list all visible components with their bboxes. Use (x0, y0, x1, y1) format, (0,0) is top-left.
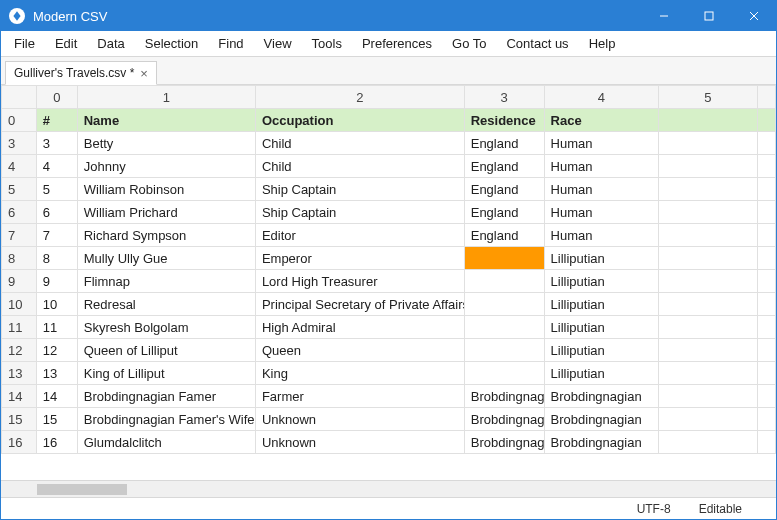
cell[interactable]: Brobdingnag (464, 385, 544, 408)
cell[interactable]: Occupation (255, 109, 464, 132)
cell[interactable]: Brobdingnagian Famer's Wife (77, 408, 255, 431)
cell[interactable]: Lilliputian (544, 247, 659, 270)
cell[interactable]: England (464, 178, 544, 201)
cell[interactable]: 6 (36, 201, 77, 224)
cell[interactable]: England (464, 155, 544, 178)
menu-edit[interactable]: Edit (46, 32, 86, 55)
cell[interactable]: Brobdingnag (464, 431, 544, 454)
cell[interactable]: England (464, 201, 544, 224)
cell[interactable]: Human (544, 224, 659, 247)
cell[interactable]: Lilliputian (544, 316, 659, 339)
menu-contact-us[interactable]: Contact us (497, 32, 577, 55)
cell[interactable]: Lord High Treasurer (255, 270, 464, 293)
cell[interactable]: Human (544, 201, 659, 224)
cell[interactable]: Johnny (77, 155, 255, 178)
cell[interactable]: King (255, 362, 464, 385)
cell[interactable]: 4 (36, 155, 77, 178)
grid[interactable]: 0123450#NameOccupationResidenceRace33Bet… (1, 85, 776, 497)
maximize-button[interactable] (686, 1, 731, 31)
cell[interactable]: Mully Ully Gue (77, 247, 255, 270)
cell[interactable]: Glumdalclitch (77, 431, 255, 454)
cell[interactable]: Farmer (255, 385, 464, 408)
cell[interactable]: Child (255, 155, 464, 178)
cell[interactable]: High Admiral (255, 316, 464, 339)
cell[interactable]: Richard Sympson (77, 224, 255, 247)
cell[interactable]: Lilliputian (544, 339, 659, 362)
cell[interactable]: Ship Captain (255, 178, 464, 201)
cell[interactable]: Queen of Lilliput (77, 339, 255, 362)
cell[interactable] (464, 247, 544, 270)
row-header[interactable]: 13 (2, 362, 37, 385)
cell[interactable]: 11 (36, 316, 77, 339)
row-header[interactable]: 4 (2, 155, 37, 178)
cell[interactable]: Betty (77, 132, 255, 155)
cell[interactable]: Skyresh Bolgolam (77, 316, 255, 339)
cell[interactable]: Brobdingnagian Famer (77, 385, 255, 408)
cell[interactable]: 13 (36, 362, 77, 385)
cell[interactable]: # (36, 109, 77, 132)
cell[interactable]: Unknown (255, 431, 464, 454)
row-header[interactable]: 16 (2, 431, 37, 454)
cell[interactable]: 14 (36, 385, 77, 408)
row-header[interactable]: 14 (2, 385, 37, 408)
col-header[interactable]: 2 (255, 86, 464, 109)
row-header[interactable]: 5 (2, 178, 37, 201)
menu-find[interactable]: Find (209, 32, 252, 55)
tab-close-icon[interactable]: × (140, 67, 148, 80)
row-header[interactable]: 12 (2, 339, 37, 362)
minimize-button[interactable] (641, 1, 686, 31)
cell[interactable]: England (464, 132, 544, 155)
cell[interactable]: Lilliputian (544, 270, 659, 293)
cell[interactable]: Redresal (77, 293, 255, 316)
cell[interactable]: England (464, 224, 544, 247)
menu-selection[interactable]: Selection (136, 32, 207, 55)
col-header[interactable]: 4 (544, 86, 659, 109)
cell[interactable] (464, 270, 544, 293)
cell[interactable]: Race (544, 109, 659, 132)
row-header[interactable]: 15 (2, 408, 37, 431)
menu-go-to[interactable]: Go To (443, 32, 495, 55)
cell[interactable]: Brobdingnag (464, 408, 544, 431)
cell[interactable]: 5 (36, 178, 77, 201)
cell[interactable]: Editor (255, 224, 464, 247)
cell[interactable]: 7 (36, 224, 77, 247)
close-button[interactable] (731, 1, 776, 31)
cell[interactable]: 15 (36, 408, 77, 431)
cell[interactable] (464, 339, 544, 362)
cell[interactable] (464, 362, 544, 385)
cell[interactable]: Flimnap (77, 270, 255, 293)
row-header[interactable]: 9 (2, 270, 37, 293)
row-header[interactable]: 6 (2, 201, 37, 224)
cell[interactable] (464, 316, 544, 339)
cell[interactable]: King of Lilliput (77, 362, 255, 385)
row-header[interactable]: 11 (2, 316, 37, 339)
cell[interactable]: Unknown (255, 408, 464, 431)
cell[interactable]: Lilliputian (544, 362, 659, 385)
menu-view[interactable]: View (255, 32, 301, 55)
cell[interactable]: Human (544, 132, 659, 155)
menu-preferences[interactable]: Preferences (353, 32, 441, 55)
cell[interactable]: Child (255, 132, 464, 155)
row-header[interactable]: 3 (2, 132, 37, 155)
file-tab[interactable]: Gulliver's Travels.csv * × (5, 61, 157, 85)
cell[interactable]: Brobdingnagian (544, 385, 659, 408)
menu-data[interactable]: Data (88, 32, 133, 55)
cell[interactable]: Principal Secretary of Private Affairs (255, 293, 464, 316)
horizontal-scrollbar[interactable] (1, 480, 776, 497)
cell[interactable]: Emperor (255, 247, 464, 270)
scrollbar-thumb[interactable] (37, 484, 127, 495)
menu-help[interactable]: Help (580, 32, 625, 55)
cell[interactable] (464, 293, 544, 316)
col-header[interactable]: 0 (36, 86, 77, 109)
cell[interactable]: 9 (36, 270, 77, 293)
cell[interactable]: Queen (255, 339, 464, 362)
col-header[interactable]: 3 (464, 86, 544, 109)
row-header[interactable]: 7 (2, 224, 37, 247)
cell[interactable]: Name (77, 109, 255, 132)
col-header[interactable]: 5 (659, 86, 757, 109)
cell[interactable]: 16 (36, 431, 77, 454)
cell[interactable]: Lilliputian (544, 293, 659, 316)
cell[interactable]: 8 (36, 247, 77, 270)
row-header[interactable]: 0 (2, 109, 37, 132)
row-header[interactable]: 10 (2, 293, 37, 316)
